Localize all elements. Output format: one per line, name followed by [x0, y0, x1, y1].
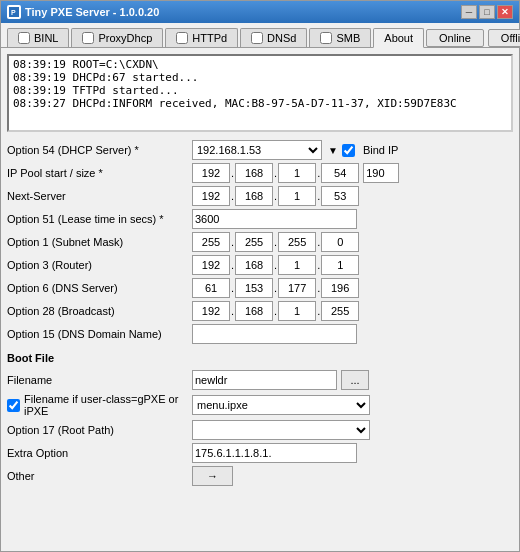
- option28-ip-c[interactable]: [278, 301, 316, 321]
- option54-label: Option 54 (DHCP Server) *: [7, 144, 192, 156]
- other-row: Other →: [7, 466, 513, 486]
- pool-ip-c[interactable]: [278, 163, 316, 183]
- option17-select[interactable]: [192, 420, 370, 440]
- option3-ip-c[interactable]: [278, 255, 316, 275]
- online-button[interactable]: Online: [426, 29, 484, 47]
- browse-button[interactable]: ...: [341, 370, 369, 390]
- close-button[interactable]: ✕: [497, 5, 513, 19]
- tab-httpd[interactable]: HTTPd: [165, 28, 238, 47]
- pool-size-input[interactable]: [363, 163, 399, 183]
- userclass-checkbox-group: Filename if user-class=gPXE or iPXE: [7, 393, 192, 417]
- option28-row: Option 28 (Broadcast) . . .: [7, 301, 513, 321]
- pool-ip-b[interactable]: [235, 163, 273, 183]
- pool-ip-group: . . .: [192, 163, 399, 183]
- tab-dnsd[interactable]: DNSd: [240, 28, 307, 47]
- option1-ip-c[interactable]: [278, 232, 316, 252]
- option17-label: Option 17 (Root Path): [7, 424, 192, 436]
- userclass-row: Filename if user-class=gPXE or iPXE menu…: [7, 393, 513, 417]
- offline-button[interactable]: Offline: [488, 29, 520, 47]
- userclass-checkbox[interactable]: [7, 399, 20, 412]
- other-button[interactable]: →: [192, 466, 233, 486]
- option1-label: Option 1 (Subnet Mask): [7, 236, 192, 248]
- option15-label: Option 15 (DNS Domain Name): [7, 328, 192, 340]
- option6-ip-b[interactable]: [235, 278, 273, 298]
- tab-binl-label: BINL: [34, 32, 58, 44]
- option6-ip-a[interactable]: [192, 278, 230, 298]
- action-buttons: Online Offline: [426, 29, 520, 47]
- option28-ip-d[interactable]: [321, 301, 359, 321]
- bootfile-section: Boot File: [7, 347, 513, 367]
- pool-ip-d[interactable]: [321, 163, 359, 183]
- tab-smb-checkbox[interactable]: [320, 32, 332, 44]
- tab-binl-checkbox[interactable]: [18, 32, 30, 44]
- nextserver-ip-a[interactable]: [192, 186, 230, 206]
- option3-row: Option 3 (Router) . . .: [7, 255, 513, 275]
- nextserver-ip-c[interactable]: [278, 186, 316, 206]
- tab-dnsd-checkbox[interactable]: [251, 32, 263, 44]
- main-window: P Tiny PXE Server - 1.0.0.20 ─ □ ✕ BINL …: [0, 0, 520, 552]
- filename-label: Filename: [7, 374, 192, 386]
- userclass-select[interactable]: menu.ipxe: [192, 395, 370, 415]
- tab-binl[interactable]: BINL: [7, 28, 69, 47]
- nextserver-label: Next-Server: [7, 190, 192, 202]
- option15-input[interactable]: [192, 324, 357, 344]
- dropdown-arrow-icon: ▼: [328, 145, 338, 156]
- boot-file-label: Boot File: [7, 352, 54, 364]
- option1-ip-a[interactable]: [192, 232, 230, 252]
- log-line-1: 08:39:19 ROOT=C:\CXDN\: [13, 58, 507, 71]
- bind-ip-checkbox[interactable]: [342, 144, 355, 157]
- app-icon: P: [7, 5, 21, 19]
- extra-input[interactable]: [192, 443, 357, 463]
- tab-dnsd-label: DNSd: [267, 32, 296, 44]
- option28-ip-a[interactable]: [192, 301, 230, 321]
- option28-label: Option 28 (Broadcast): [7, 305, 192, 317]
- filename-input[interactable]: [192, 370, 337, 390]
- option6-label: Option 6 (DNS Server): [7, 282, 192, 294]
- option6-ip-d[interactable]: [321, 278, 359, 298]
- tab-about-label: About: [384, 32, 413, 44]
- nextserver-ip-b[interactable]: [235, 186, 273, 206]
- tab-proxydhcp-checkbox[interactable]: [82, 32, 94, 44]
- tab-httpd-checkbox[interactable]: [176, 32, 188, 44]
- option1-ip-d[interactable]: [321, 232, 359, 252]
- option17-row: Option 17 (Root Path): [7, 420, 513, 440]
- extra-label: Extra Option: [7, 447, 192, 459]
- window-controls: ─ □ ✕: [461, 5, 513, 19]
- other-label: Other: [7, 470, 192, 482]
- option3-ip-a[interactable]: [192, 255, 230, 275]
- option54-controls: 192.168.1.53 ▼ Bind IP: [192, 140, 398, 160]
- option3-ip-group: . . .: [192, 255, 359, 275]
- option28-ip-group: . . .: [192, 301, 359, 321]
- bind-ip-label: Bind IP: [363, 144, 398, 156]
- option3-ip-d[interactable]: [321, 255, 359, 275]
- filename-row: Filename ...: [7, 370, 513, 390]
- option54-select[interactable]: 192.168.1.53: [192, 140, 322, 160]
- tab-proxydhcp[interactable]: ProxyDhcp: [71, 28, 163, 47]
- window-title: Tiny PXE Server - 1.0.0.20: [25, 6, 461, 18]
- option28-ip-b[interactable]: [235, 301, 273, 321]
- title-bar: P Tiny PXE Server - 1.0.0.20 ─ □ ✕: [1, 1, 519, 23]
- pool-ip-a[interactable]: [192, 163, 230, 183]
- tab-smb[interactable]: SMB: [309, 28, 371, 47]
- extra-row: Extra Option: [7, 443, 513, 463]
- nextserver-ip-d[interactable]: [321, 186, 359, 206]
- option54-row: Option 54 (DHCP Server) * 192.168.1.53 ▼…: [7, 140, 513, 160]
- option3-ip-b[interactable]: [235, 255, 273, 275]
- option1-ip-group: . . .: [192, 232, 359, 252]
- maximize-button[interactable]: □: [479, 5, 495, 19]
- minimize-button[interactable]: ─: [461, 5, 477, 19]
- option1-ip-b[interactable]: [235, 232, 273, 252]
- log-area[interactable]: 08:39:19 ROOT=C:\CXDN\ 08:39:19 DHCPd:67…: [7, 54, 513, 132]
- option51-input[interactable]: [192, 209, 357, 229]
- other-arrow-icon: →: [207, 470, 218, 482]
- userclass-label: Filename if user-class=gPXE or iPXE: [24, 393, 192, 417]
- form-area: Option 54 (DHCP Server) * 192.168.1.53 ▼…: [1, 136, 519, 551]
- tab-httpd-label: HTTPd: [192, 32, 227, 44]
- option6-ip-c[interactable]: [278, 278, 316, 298]
- tab-about[interactable]: About: [373, 28, 424, 48]
- nextserver-ip-group: . . .: [192, 186, 359, 206]
- option6-row: Option 6 (DNS Server) . . .: [7, 278, 513, 298]
- option6-ip-group: . . .: [192, 278, 359, 298]
- filename-controls: ...: [192, 370, 369, 390]
- option51-row: Option 51 (Lease time in secs) *: [7, 209, 513, 229]
